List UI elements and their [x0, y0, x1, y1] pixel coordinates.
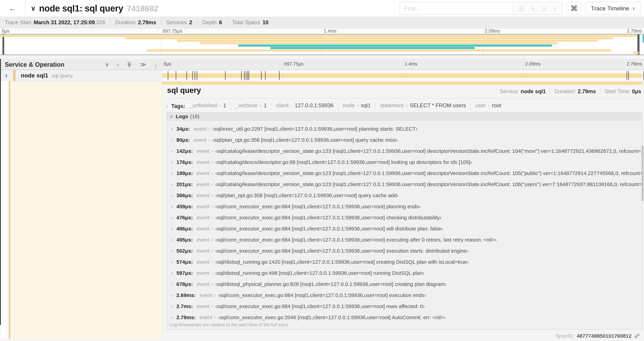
log-row[interactable]: ›597μs:event=‹sql/distsql_running.go:498… [167, 267, 642, 279]
log-row[interactable]: ›142μs:event=‹sql/catalog/lease/descript… [167, 146, 642, 157]
expand-all-icon[interactable]: ≫ [140, 61, 146, 68]
equals-sign: = [211, 182, 214, 187]
tag-key: _verbose [236, 102, 258, 109]
log-expand-chevron-icon[interactable]: › [172, 293, 173, 298]
tag-item[interactable]: node=sql1 [343, 102, 371, 109]
log-row[interactable]: ›2.69ms:event=‹sql/conn_executor_exec.go… [167, 290, 642, 301]
minimap-right-drag-handle[interactable] [638, 35, 640, 55]
log-row[interactable]: ›574μs:event=‹sql/distsql_running.go:142… [167, 256, 642, 267]
tags-row[interactable]: › Tags: _unfinished=1_verbose=1client=12… [166, 102, 641, 111]
log-timestamp: 366μs: [176, 192, 193, 198]
log-event-marker[interactable] [246, 71, 246, 80]
tag-item[interactable]: user=root [476, 102, 501, 109]
collapse-one-icon[interactable]: ∨ [105, 61, 109, 68]
tag-item[interactable]: client=127.0.0.1:59936 [276, 102, 334, 109]
log-expand-chevron-icon[interactable]: › [172, 259, 173, 265]
log-row[interactable]: ›201μs:event=‹sql/catalog/lease/descript… [167, 179, 642, 190]
span-row-name-cell[interactable]: ∨ node sql1sql query [0, 70, 162, 81]
log-expand-chevron-icon[interactable]: › [172, 171, 173, 176]
log-expand-chevron-icon[interactable]: › [172, 237, 173, 243]
log-row[interactable]: ›502μs:event=‹sql/conn_executor_exec.go:… [167, 245, 642, 256]
log-expand-chevron-icon[interactable]: › [172, 182, 173, 187]
log-row[interactable]: ›495μs:event=‹sql/conn_executor_exec.go:… [167, 234, 642, 245]
log-event-marker[interactable] [194, 71, 195, 80]
log-event-marker[interactable] [248, 71, 249, 80]
back-button[interactable]: ← [0, 0, 26, 17]
log-event-marker[interactable] [241, 71, 242, 80]
keyboard-shortcuts-button[interactable]: ⌘ [566, 2, 582, 15]
log-event-marker[interactable] [628, 71, 629, 80]
log-row[interactable]: ›2.79ms:event=‹sql/conn_executor_exec.go… [167, 312, 642, 323]
log-row[interactable]: ›366μs:event=‹sql/plan_opt.go:358 [nsql1… [167, 190, 642, 201]
logs-header[interactable]: ∨ Logs (18) [167, 113, 642, 121]
span-row-timeline-cell[interactable] [162, 70, 644, 81]
deep-link-icon[interactable] [634, 333, 640, 339]
log-expand-chevron-icon[interactable]: › [172, 270, 173, 276]
log-event-marker[interactable] [261, 71, 262, 80]
log-row[interactable]: ›2.7ms:event=‹sql/conn_executor_exec.go:… [167, 301, 642, 312]
span-duration-bar[interactable] [162, 73, 642, 78]
log-row[interactable]: ›189μs:event=‹sql/catalog/lease/descript… [167, 168, 642, 179]
clear-search-icon[interactable]: × [553, 5, 556, 12]
log-expand-chevron-icon[interactable]: › [172, 281, 173, 287]
log-event-marker[interactable] [225, 71, 226, 80]
trace-view-dropdown[interactable]: Trace Timeline ∨ [585, 2, 641, 15]
log-expand-chevron-icon[interactable]: › [172, 226, 173, 231]
log-timestamp: 502μs: [176, 248, 193, 254]
expand-one-icon[interactable]: › [117, 61, 118, 68]
log-row[interactable]: ›80μs:event=‹sql/plan_opt.go:358 [nsql1,… [167, 134, 642, 146]
tag-item[interactable]: _unfinished=1 [190, 102, 226, 109]
log-row[interactable]: ›678μs:event=‹sql/distsql_physical_plann… [167, 279, 642, 290]
log-expand-chevron-icon[interactable]: › [172, 248, 173, 254]
log-row[interactable]: ›476μs:event=‹sql/conn_executor_exec.go:… [167, 212, 642, 223]
log-event-marker[interactable] [168, 71, 168, 80]
log-row[interactable]: ›459μs:event=‹sql/conn_executor_exec.go:… [167, 201, 642, 212]
minimap-left-drag-handle[interactable] [2, 35, 4, 55]
log-expand-chevron-icon[interactable]: › [172, 149, 173, 154]
find-input[interactable] [400, 2, 512, 15]
log-event-marker[interactable] [248, 71, 248, 80]
log-row[interactable]: ›176μs:event=‹sql/catalog/descs/descript… [167, 157, 642, 168]
log-expand-chevron-icon[interactable]: › [172, 160, 173, 165]
log-expand-chevron-icon[interactable]: › [172, 304, 173, 309]
tags-expand-chevron-icon[interactable]: › [166, 103, 168, 109]
log-event-marker[interactable] [244, 71, 244, 80]
equals-sign: = [290, 103, 293, 108]
minimap-tick-label: 1.4ms [324, 29, 336, 34]
log-event-marker[interactable] [197, 71, 197, 80]
span-collapse-chevron-icon[interactable]: ∨ [4, 73, 8, 79]
next-match-icon[interactable]: ∨ [542, 5, 546, 12]
detail-span-bar[interactable] [162, 82, 642, 85]
log-row[interactable]: ›486μs:event=‹sql/conn_executor_exec.go:… [167, 223, 642, 234]
minimap-canvas[interactable] [0, 34, 644, 55]
log-event-marker[interactable] [192, 71, 193, 80]
info-value: 2 [189, 20, 192, 26]
log-field-name: event [194, 126, 206, 132]
log-expand-chevron-icon[interactable]: › [172, 137, 173, 143]
service-operation-title: Service & Operation [5, 61, 64, 68]
log-event-marker[interactable] [627, 71, 627, 80]
collapse-all-icon[interactable]: ≫ [126, 61, 133, 68]
log-expand-chevron-icon[interactable]: › [172, 204, 173, 209]
locate-icon[interactable]: ◎ [519, 5, 524, 12]
log-expand-chevron-icon[interactable]: › [172, 315, 173, 320]
log-event-marker[interactable] [186, 71, 187, 80]
log-expand-chevron-icon[interactable]: › [172, 215, 173, 220]
logs-collapse-chevron-icon[interactable]: ∨ [170, 114, 173, 119]
tag-item[interactable]: _verbose=1 [236, 102, 267, 109]
log-event-marker[interactable] [176, 71, 176, 80]
log-expand-chevron-icon[interactable]: › [172, 193, 173, 198]
column-resize-grip[interactable]: ∥ [154, 63, 157, 69]
vertical-scrollbar[interactable] [642, 146, 644, 201]
log-timestamp: 459μs: [176, 204, 193, 209]
log-row[interactable]: ›34μs:event=‹sql/exec_util.go:2297 [nsql… [167, 123, 642, 134]
collapse-trace-chevron-icon[interactable]: ∨ [31, 5, 36, 12]
trace-info-item: Duration2.79ms [115, 20, 156, 26]
service-name: node sql1sql query [21, 72, 73, 79]
prev-match-icon[interactable]: ∧ [531, 5, 535, 12]
log-event-marker[interactable] [279, 71, 280, 80]
log-event-marker[interactable] [265, 71, 266, 80]
tag-item[interactable]: statement=SELECT * FROM users [380, 102, 466, 109]
top-header: ← ∨ node sql1: sql query 7418682 ◎ ∧ ∨ ×… [0, 0, 644, 17]
log-expand-chevron-icon[interactable]: › [172, 126, 173, 132]
